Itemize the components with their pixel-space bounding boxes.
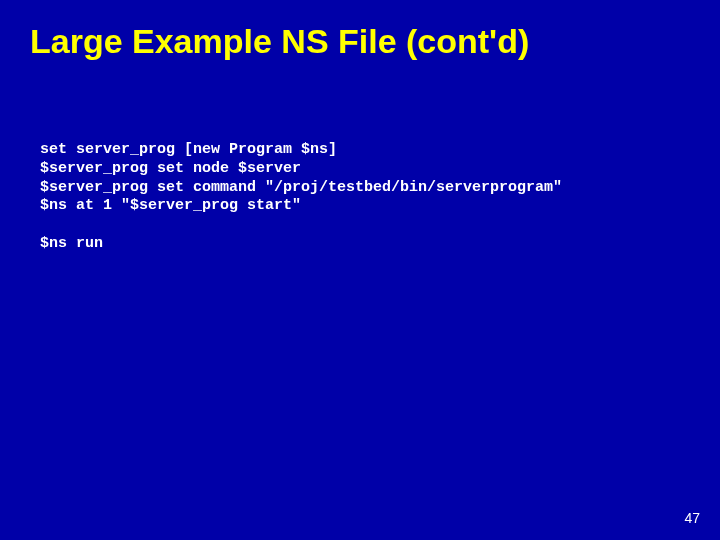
slide-title: Large Example NS File (cont'd): [0, 0, 720, 61]
code-block: set server_prog [new Program $ns] $serve…: [0, 61, 720, 254]
page-number: 47: [684, 510, 700, 526]
code-line: $server_prog set node $server: [40, 160, 301, 177]
code-line: $ns run: [40, 235, 103, 252]
code-line: $server_prog set command "/proj/testbed/…: [40, 179, 562, 196]
code-line: set server_prog [new Program $ns]: [40, 141, 337, 158]
code-line: $ns at 1 "$server_prog start": [40, 197, 301, 214]
